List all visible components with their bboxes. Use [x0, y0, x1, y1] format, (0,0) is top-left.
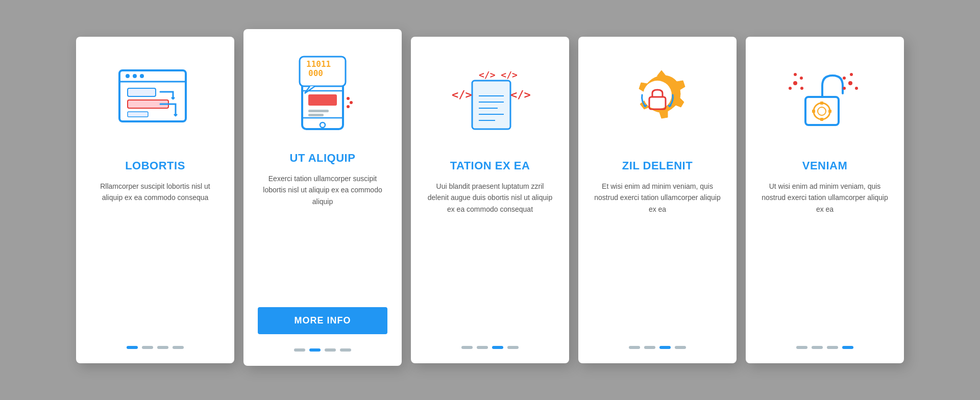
icon-area-lobortis — [109, 55, 201, 147]
svg-text:</>: </> — [452, 88, 472, 101]
svg-point-19 — [350, 101, 353, 104]
card-body-tation-ex-ea: Uui blandit praesent luptatum zzril dele… — [425, 181, 555, 332]
gear-security-icon — [617, 60, 698, 142]
dots-veniam — [796, 346, 853, 349]
svg-rect-35 — [820, 102, 823, 105]
icon-area-veniam — [779, 55, 871, 147]
card-title-zil-delenit: ZIL DELENIT — [622, 159, 693, 172]
card-zil-delenit: ZIL DELENIT Et wisi enim ad minim veniam… — [578, 37, 737, 363]
card-ut-aliquip: 11011 000 UT ALIQUIP Eexerci tation ulla… — [243, 29, 402, 366]
dot-2 — [644, 346, 655, 349]
svg-rect-7 — [128, 112, 148, 117]
dot-2 — [812, 346, 823, 349]
svg-point-48 — [855, 87, 858, 90]
svg-point-30 — [643, 81, 672, 109]
mobile-binary-icon: 11011 000 — [282, 53, 363, 134]
dot-4 — [842, 346, 853, 349]
dot-1 — [629, 346, 640, 349]
dot-3 — [325, 348, 336, 352]
svg-point-39 — [793, 81, 797, 85]
dot-2 — [477, 346, 488, 349]
svg-point-47 — [843, 87, 846, 90]
svg-rect-21 — [472, 81, 510, 129]
web-ui-icon — [114, 60, 196, 142]
card-body-veniam: Ut wisi enim ad minim veniam, quis nostr… — [760, 181, 890, 332]
svg-point-40 — [800, 77, 803, 80]
svg-point-45 — [843, 77, 846, 80]
svg-point-41 — [794, 73, 797, 76]
dot-3 — [827, 346, 838, 349]
svg-text:</>: </> — [510, 88, 531, 101]
card-body-ut-aliquip: Eexerci tation ullamcorper suscipit lobo… — [258, 173, 387, 297]
dot-1 — [127, 346, 138, 349]
dot-1 — [294, 348, 305, 352]
dot-4 — [173, 346, 184, 349]
icon-area-ut-aliquip: 11011 000 — [277, 47, 369, 139]
card-veniam: VENIAM Ut wisi enim ad minim veniam, qui… — [746, 37, 904, 363]
dots-lobortis — [127, 346, 184, 349]
svg-text:11011: 11011 — [306, 59, 331, 69]
dot-3 — [659, 346, 671, 349]
dot-4 — [507, 346, 519, 349]
svg-point-42 — [800, 87, 803, 90]
dot-1 — [796, 346, 807, 349]
svg-point-3 — [133, 74, 137, 78]
more-info-button[interactable]: MORE INFO — [258, 307, 387, 334]
svg-point-4 — [140, 74, 144, 78]
svg-text:000: 000 — [308, 68, 323, 78]
dots-zil-delenit — [629, 346, 686, 349]
icon-area-tation-ex-ea: </> </> </> </> — [444, 55, 536, 147]
lock-gear-icon — [784, 60, 866, 142]
svg-point-20 — [347, 105, 350, 108]
dot-3 — [492, 346, 503, 349]
svg-rect-37 — [812, 110, 815, 113]
dots-tation-ex-ea — [461, 346, 519, 349]
dot-4 — [675, 346, 686, 349]
svg-point-18 — [347, 97, 350, 100]
card-tation-ex-ea: </> </> </> </> TATION EX EA Uui blandit… — [411, 37, 569, 363]
svg-point-11 — [320, 122, 325, 128]
svg-point-43 — [789, 87, 792, 90]
dot-2 — [142, 346, 153, 349]
card-title-lobortis: LOBORTIS — [125, 159, 185, 172]
dots-ut-aliquip — [294, 348, 351, 352]
dot-1 — [461, 346, 473, 349]
icon-area-zil-delenit — [611, 55, 703, 147]
svg-rect-16 — [308, 110, 329, 112]
code-document-icon: </> </> </> </> — [449, 60, 531, 142]
svg-point-46 — [850, 73, 853, 76]
card-title-veniam: VENIAM — [802, 159, 848, 172]
svg-rect-38 — [828, 110, 831, 113]
svg-point-2 — [126, 74, 130, 78]
svg-rect-15 — [308, 94, 337, 106]
card-body-lobortis: Rllamcorper suscipit lobortis nisl ut al… — [90, 181, 220, 332]
svg-point-34 — [818, 107, 826, 115]
dot-2 — [309, 348, 321, 352]
dot-4 — [340, 348, 351, 352]
svg-rect-36 — [820, 118, 823, 121]
card-body-zil-delenit: Et wisi enim ad minim veniam, quis nostr… — [593, 181, 722, 332]
card-lobortis: LOBORTIS Rllamcorper suscipit lobortis n… — [76, 37, 234, 363]
card-title-tation-ex-ea: TATION EX EA — [450, 159, 530, 172]
cards-container: LOBORTIS Rllamcorper suscipit lobortis n… — [45, 14, 935, 386]
svg-rect-17 — [308, 114, 324, 116]
svg-point-33 — [814, 103, 830, 119]
svg-rect-5 — [128, 88, 156, 96]
svg-point-44 — [848, 81, 852, 85]
svg-text:</> </>: </> </> — [479, 69, 518, 80]
dot-3 — [157, 346, 168, 349]
card-title-ut-aliquip: UT ALIQUIP — [290, 152, 356, 165]
